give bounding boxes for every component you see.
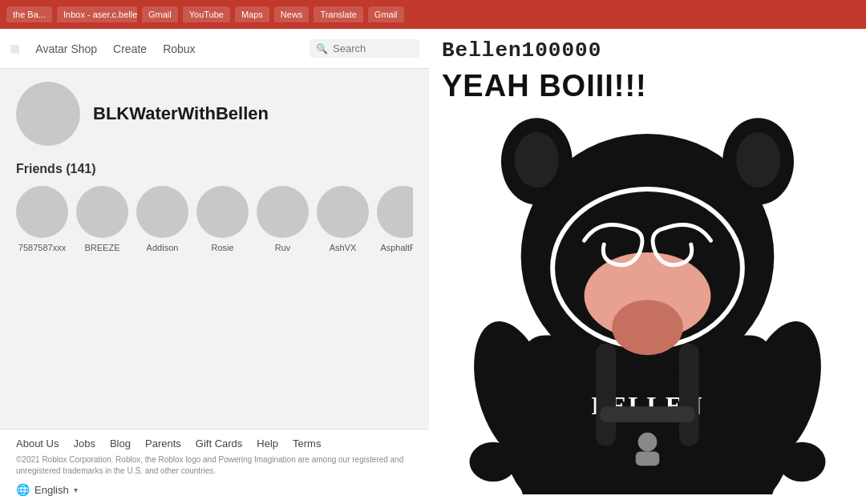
friend-name: AshVX <box>330 243 357 252</box>
tab-news[interactable]: News <box>274 6 310 22</box>
svg-point-11 <box>515 132 559 187</box>
friend-name: AsphaltFro. <box>380 243 413 252</box>
list-item[interactable]: AsphaltFro. <box>377 186 413 252</box>
friend-name: Rosie <box>211 243 233 252</box>
svg-point-12 <box>736 132 780 187</box>
roblox-logo: ■ <box>10 38 19 59</box>
tab-gmail-1[interactable]: Gmail <box>142 6 178 22</box>
avatar <box>76 186 128 238</box>
main-split: ■ Avatar Shop Create Robux 🔍 BLKWaterWit… <box>0 29 866 504</box>
tab-gmail-2[interactable]: Gmail <box>368 6 404 22</box>
friends-section: Friends (141) 7587587xxx BREEZE Addison … <box>16 162 413 252</box>
profile-username: BLKWaterWithBellen <box>93 103 269 124</box>
footer-link[interactable]: Help <box>257 437 278 450</box>
tab-translate[interactable]: Translate <box>314 6 362 22</box>
svg-rect-17 <box>679 343 699 446</box>
globe-icon: 🌐 <box>16 483 30 496</box>
list-item[interactable]: Rosie <box>196 186 249 252</box>
svg-point-15 <box>612 300 683 355</box>
meme-text: YEAH BOIII!!! <box>442 69 647 103</box>
svg-point-20 <box>778 442 825 482</box>
friend-name: Ruv <box>275 243 291 252</box>
avatar <box>257 186 309 238</box>
character-svg: BELLEN <box>442 111 853 494</box>
list-item[interactable]: 7587587xxx <box>16 186 68 252</box>
search-icon: 🔍 <box>316 43 328 54</box>
avatar <box>16 186 68 238</box>
browser-chrome: the Ba... Inbox - aser.c.belle... Gmail … <box>0 0 866 29</box>
svg-point-4 <box>638 433 658 452</box>
nav-robux[interactable]: Robux <box>163 42 195 55</box>
footer-link[interactable]: About Us <box>16 437 59 450</box>
friends-title: Friends (141) <box>16 162 413 176</box>
avatar <box>377 186 413 238</box>
list-item[interactable]: BREEZE <box>76 186 128 252</box>
svg-rect-18 <box>600 406 694 422</box>
language-selector[interactable]: 🌐 English ▾ <box>16 483 413 496</box>
friend-name: 7587587xxx <box>18 243 66 252</box>
avatar <box>136 186 188 238</box>
friend-name: BREEZE <box>84 243 119 252</box>
list-item[interactable]: Addison <box>136 186 188 252</box>
footer-link[interactable]: Jobs <box>73 437 95 450</box>
search-input[interactable] <box>333 42 413 54</box>
avatar <box>16 82 80 146</box>
friend-name: Addison <box>147 243 179 252</box>
footer-copyright: ©2021 Roblox Corporation. Roblox, the Ro… <box>16 454 413 477</box>
svg-rect-16 <box>596 343 616 446</box>
tab-inbox[interactable]: Inbox - aser.c.belle... <box>57 6 137 22</box>
list-item[interactable]: Ruv <box>257 186 309 252</box>
tab-the-ba[interactable]: the Ba... <box>6 6 52 22</box>
list-item[interactable]: AshVX <box>317 186 369 252</box>
profile-header: BLKWaterWithBellen <box>16 82 413 146</box>
profile-section: BLKWaterWithBellen Friends (141) 7587587… <box>0 69 429 429</box>
footer-links: About UsJobsBlogParentsGift CardsHelpTer… <box>16 437 413 450</box>
svg-rect-5 <box>636 452 660 466</box>
chevron-down-icon: ▾ <box>74 486 78 494</box>
search-bar[interactable]: 🔍 <box>310 39 419 58</box>
footer-link[interactable]: Parents <box>145 437 181 450</box>
left-panel: ■ Avatar Shop Create Robux 🔍 BLKWaterWit… <box>0 29 429 504</box>
nav-create[interactable]: Create <box>113 42 147 55</box>
meme-username: Bellen100000 <box>442 38 601 62</box>
right-panel: Bellen100000 YEAH BOIII!!! BELLEN <box>429 29 866 504</box>
footer-link[interactable]: Terms <box>293 437 321 450</box>
tab-youtube[interactable]: YouTube <box>183 6 230 22</box>
avatar <box>317 186 369 238</box>
language-label: English <box>34 484 69 496</box>
roblox-navbar: ■ Avatar Shop Create Robux 🔍 <box>0 29 429 69</box>
roblox-character: BELLEN <box>442 111 853 494</box>
nav-avatar-shop[interactable]: Avatar Shop <box>35 42 97 55</box>
tab-maps[interactable]: Maps <box>235 6 269 22</box>
footer-link[interactable]: Gift Cards <box>196 437 243 450</box>
roblox-footer: About UsJobsBlogParentsGift CardsHelpTer… <box>0 429 429 504</box>
footer-link[interactable]: Blog <box>110 437 131 450</box>
svg-point-19 <box>470 442 517 482</box>
friends-grid: 7587587xxx BREEZE Addison Rosie Ruv AshV… <box>16 186 413 252</box>
avatar <box>196 186 249 238</box>
